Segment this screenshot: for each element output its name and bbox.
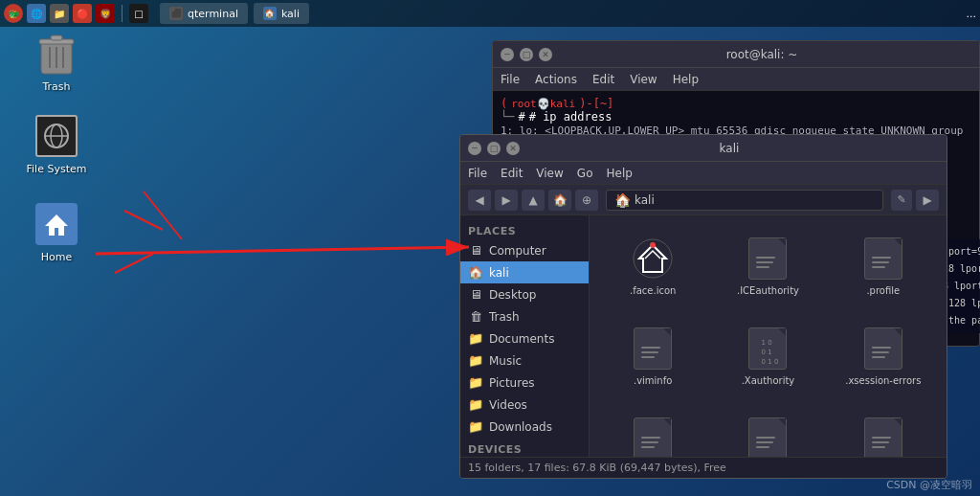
terminal-menu-actions[interactable]: Actions — [535, 73, 577, 86]
svg-line-22 — [96, 247, 469, 254]
taskbar: 🐲 🌐 📁 🔴 🦁 □ ⬛ qterminal 🏠 kali . — [0, 0, 980, 27]
terminal-menu-help[interactable]: Help — [673, 73, 699, 86]
fm-places-heading: Places — [460, 219, 589, 239]
documents-icon: 📁 — [468, 331, 483, 346]
desktop-icon-trash[interactable]: Trash — [18, 31, 95, 93]
file-xsession-errors-old[interactable]: .xsession-errors.old — [597, 403, 708, 457]
fm-status-text: 15 folders, 17 files: 67.8 KiB (69,447 b… — [468, 462, 726, 474]
taskbar-icon-3[interactable]: 📁 — [50, 4, 69, 23]
terminal-maximize-btn[interactable]: □ — [520, 48, 533, 61]
zsh-history-img — [745, 416, 791, 457]
sidebar-item-videos-label: Videos — [489, 398, 527, 412]
sidebar-item-videos[interactable]: 📁 Videos — [460, 394, 589, 416]
fm-close-btn[interactable]: ✕ — [506, 142, 520, 155]
computer-icon: 🖥 — [468, 243, 483, 258]
fm-bookmark-btn[interactable]: ⊕ — [575, 190, 598, 211]
terminal-title: root@kali: ~ — [552, 48, 971, 61]
xsession-errors-name: .xsession-errors — [845, 375, 921, 387]
sidebar-item-music-label: Music — [489, 354, 522, 368]
fm-menu-go[interactable]: Go — [577, 167, 593, 180]
iceauthority-img — [745, 236, 791, 282]
fm-menu-file[interactable]: File — [468, 167, 487, 180]
sidebar-item-trash-label: Trash — [489, 310, 520, 324]
fm-location-bar[interactable]: 🏠 kali — [606, 190, 883, 211]
filesystem-label: File System — [27, 163, 87, 175]
fm-home-btn[interactable]: 🏠 — [548, 190, 571, 211]
sidebar-item-kali[interactable]: 🏠 kali — [460, 261, 589, 283]
home-label: Home — [41, 251, 72, 263]
sidebar-item-music[interactable]: 📁 Music — [460, 349, 589, 372]
filesystem-icon — [33, 113, 79, 159]
sidebar-item-downloads[interactable]: 📁 Downloads — [460, 416, 589, 438]
file-profile[interactable]: .profile — [828, 223, 939, 309]
taskbar-icon-1[interactable]: 🐲 — [4, 4, 23, 23]
sidebar-item-pictures[interactable]: 📁 Pictures — [460, 372, 589, 394]
face-icon-img — [630, 236, 676, 282]
iceauthority-name: .ICEauthority — [737, 285, 799, 297]
trash-icon-sidebar: 🗑 — [468, 309, 483, 324]
file-viminfo[interactable]: .viminfo — [597, 313, 708, 399]
terminal-prompt-symbol: # — [518, 110, 524, 124]
taskbar-icon-2[interactable]: 🌐 — [27, 4, 46, 23]
fm-menu-help[interactable]: Help — [606, 167, 632, 180]
desktop-icon-sidebar: 🖥 — [468, 287, 483, 302]
file-xauthority[interactable]: 1 0 0 1 0 1 0 .Xauthority — [712, 313, 823, 399]
fm-back-btn[interactable]: ◀ — [468, 190, 491, 211]
terminal-menubar: File Actions Edit View Help — [493, 68, 979, 91]
fm-nav-right-btn[interactable]: ▶ — [916, 190, 939, 211]
fm-devices-heading: Devices — [460, 438, 589, 457]
taskbar-icon-5[interactable]: 🦁 — [96, 4, 115, 23]
trash-label: Trash — [42, 80, 70, 93]
fm-menubar: File Edit View Go Help — [460, 162, 947, 185]
fm-title: kali — [520, 142, 939, 155]
terminal-kali-icon: root💀kali — [511, 98, 575, 110]
fm-forward-btn[interactable]: ▶ — [495, 190, 518, 211]
profile-img — [860, 236, 906, 282]
pictures-icon: 📁 — [468, 375, 483, 390]
file-face-icon[interactable]: .face.icon — [597, 223, 708, 309]
terminal-command: # ip address — [529, 110, 612, 124]
sidebar-item-computer[interactable]: 🖥 Computer — [460, 239, 589, 261]
terminal-menu-edit[interactable]: Edit — [592, 73, 614, 86]
svg-marker-9 — [45, 214, 68, 236]
svg-line-24 — [115, 254, 153, 273]
taskbar-window-qterminal[interactable]: ⬛ qterminal — [160, 3, 248, 24]
fm-menu-edit[interactable]: Edit — [501, 167, 523, 180]
qterminal-dot: ⬛ — [169, 7, 183, 20]
sidebar-item-documents[interactable]: 📁 Documents — [460, 327, 589, 349]
sidebar-item-downloads-label: Downloads — [489, 420, 552, 434]
terminal-menu-file[interactable]: File — [501, 73, 520, 86]
file-iceauthority[interactable]: .ICEauthority — [712, 223, 823, 309]
terminal-close-btn[interactable]: ✕ — [539, 48, 552, 61]
terminal-window-controls: ─ □ ✕ — [501, 48, 552, 61]
terminal-minimize-btn[interactable]: ─ — [501, 48, 514, 61]
terminal-prompt-user: ( — [501, 97, 507, 110]
terminal-menu-view[interactable]: View — [630, 73, 657, 86]
fm-up-btn[interactable]: ▲ — [522, 190, 545, 211]
music-icon: 📁 — [468, 353, 483, 368]
qterminal-label: qterminal — [188, 8, 238, 20]
sidebar-item-desktop[interactable]: 🖥 Desktop — [460, 283, 589, 305]
fm-maximize-btn[interactable]: □ — [487, 142, 501, 155]
fm-edit-location-btn[interactable]: ✎ — [891, 190, 912, 211]
taskbar-icon-4[interactable]: 🔴 — [73, 4, 92, 23]
taskbar-window-kali[interactable]: 🏠 kali — [254, 3, 309, 24]
watermark: CSDN @凌空暗羽 — [886, 478, 972, 492]
fm-menu-view[interactable]: View — [536, 167, 563, 180]
trash-icon — [33, 31, 79, 77]
file-zshrc[interactable]: .zshrc — [828, 403, 939, 457]
profile-name: .profile — [866, 285, 900, 297]
svg-line-23 — [124, 211, 163, 230]
sidebar-item-trash[interactable]: 🗑 Trash — [460, 305, 589, 327]
taskbar-app-icons: 🐲 🌐 📁 🔴 🦁 □ — [4, 4, 148, 23]
fm-minimize-btn[interactable]: ─ — [468, 142, 481, 155]
videos-icon: 📁 — [468, 397, 483, 412]
fm-toolbar: ◀ ▶ ▲ 🏠 ⊕ 🏠 kali ✎ ▶ — [460, 185, 947, 215]
desktop-icon-home[interactable]: Home — [18, 201, 95, 263]
svg-line-25 — [144, 192, 182, 239]
file-xsession-errors[interactable]: .xsession-errors — [828, 313, 939, 399]
desktop-icon-filesystem[interactable]: File System — [18, 113, 95, 175]
taskbar-icon-6[interactable]: □ — [129, 4, 148, 23]
file-zsh-history[interactable]: .zsh_history — [712, 403, 823, 457]
xauthority-name: .Xauthority — [742, 375, 795, 387]
